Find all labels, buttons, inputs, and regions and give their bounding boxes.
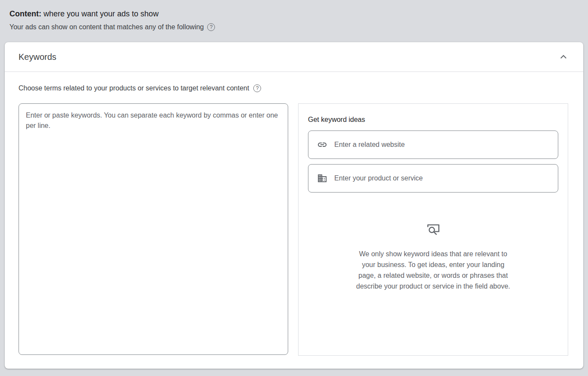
keywords-card-header: Keywords [5, 42, 583, 72]
link-icon [317, 140, 327, 150]
keywords-instruction: Choose terms related to your products or… [19, 84, 569, 93]
related-website-input[interactable] [334, 141, 549, 149]
keywords-input-textarea[interactable] [19, 103, 288, 355]
chevron-up-icon [558, 52, 569, 62]
page-subtitle-text: Your ads can show on content that matche… [9, 22, 204, 31]
product-service-field[interactable] [308, 164, 558, 193]
keywords-card-title: Keywords [19, 52, 56, 62]
help-icon[interactable]: ? [253, 84, 261, 92]
help-icon[interactable]: ? [207, 23, 215, 31]
keyword-ideas-empty-text: We only show keyword ideas that are rele… [354, 249, 513, 292]
page-title-rest: where you want your ads to show [44, 9, 159, 18]
keyword-ideas-heading: Get keyword ideas [308, 115, 558, 124]
collapse-panel-button[interactable] [557, 50, 570, 64]
related-website-field[interactable] [308, 131, 558, 159]
page-title: Content:where you want your ads to show [9, 9, 579, 19]
content-section-header: Content:where you want your ads to show … [0, 0, 588, 31]
keywords-instruction-text: Choose terms related to your products or… [19, 84, 249, 93]
page-search-icon [426, 222, 441, 236]
keywords-card-body: Choose terms related to your products or… [5, 84, 583, 369]
building-icon [317, 173, 327, 183]
keywords-card: Keywords Choose terms related to your pr… [5, 42, 583, 369]
page-title-bold: Content: [9, 9, 41, 18]
keyword-ideas-empty-state: We only show keyword ideas that are rele… [308, 198, 558, 292]
keywords-columns: Get keyword ideas [19, 103, 569, 356]
keyword-ideas-panel: Get keyword ideas [298, 103, 568, 356]
page-subtitle: Your ads can show on content that matche… [9, 22, 579, 31]
product-service-input[interactable] [334, 174, 549, 182]
